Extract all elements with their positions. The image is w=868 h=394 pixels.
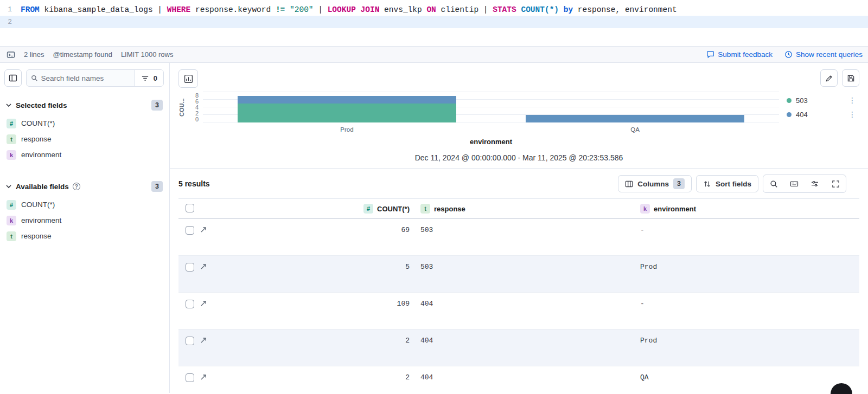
keyboard-shortcuts-button[interactable] [784,175,805,192]
row-checkbox[interactable] [186,226,194,235]
cell-response: 404 [415,366,635,394]
chart-type-button[interactable] [178,69,198,88]
dots-vertical-icon[interactable]: ⋮ [848,96,859,105]
field-type-icon: t [420,204,430,214]
field-item[interactable]: # COUNT(*) [4,115,164,131]
bar-segment-503[interactable] [238,104,457,122]
expand-row-icon[interactable] [200,300,207,307]
expand-row-icon[interactable] [200,227,207,233]
editor-statusbar: 2 lines @timestamp found LIMIT 1000 rows… [0,46,868,63]
bar-segment-404[interactable] [526,115,745,122]
field-type-icon: k [640,204,650,214]
cell-count: 2 [213,330,415,366]
x-axis-categories: ProdQA [203,126,779,133]
bar-group[interactable] [203,92,491,122]
sort-fields-button[interactable]: Sort fields [696,175,758,192]
display-options-button[interactable] [805,175,825,192]
query-token: response, environment [573,5,676,14]
selected-fields-title: Selected fields [16,101,67,109]
keyboard-icon [790,179,799,188]
filter-count-badge: 0 [154,74,157,82]
column-header-label: COUNT(*) [377,205,410,213]
bar-group[interactable] [491,92,779,122]
x-axis-title: environment [203,138,779,146]
search-field-names-input[interactable] [41,74,130,82]
row-checkbox[interactable] [186,300,194,308]
expand-row-icon[interactable] [200,337,207,344]
column-header[interactable]: t response [415,204,635,214]
editor-icon[interactable] [7,50,15,59]
available-fields-count-badge: 3 [151,181,163,192]
table-row: 2 404 Prod [178,330,859,366]
editor-line-2[interactable]: 2 [0,16,868,28]
expand-row-icon[interactable] [200,263,207,270]
expand-row-icon[interactable] [200,374,207,380]
field-item[interactable]: k environment [4,212,164,228]
query-token: | [314,5,328,14]
field-item[interactable]: t response [4,228,164,244]
filter-icon [141,74,149,82]
collapse-sidebar-button[interactable] [4,69,22,87]
dots-vertical-icon[interactable]: ⋮ [848,110,859,119]
show-recent-queries-link[interactable]: Show recent queries [784,50,863,59]
row-checkbox[interactable] [186,373,194,382]
submit-feedback-link[interactable]: Submit feedback [706,50,773,59]
speech-bubble-icon [706,50,714,59]
select-all-checkbox[interactable] [186,204,194,212]
field-type-icon: # [7,119,16,128]
query-token [559,5,564,14]
available-fields-header[interactable]: Available fields ? 3 [4,181,164,192]
timestamp-status: @timestamp found [53,50,112,59]
column-header-label: response [434,205,465,213]
content: 0 Selected fields 3 # COUNT(*) t respons… [0,63,868,393]
query-token: envs_lkp [379,5,426,14]
y-tick-label: 0 [195,117,199,122]
editor-empty-area[interactable] [0,28,868,46]
search-icon [770,180,778,188]
query-token: != [276,5,285,14]
editor-line-1[interactable]: 1 FROM kibana_sample_data_logs | WHERE r… [0,3,868,16]
field-item[interactable]: t response [4,131,164,147]
table-row: 2 404 QA [178,366,859,394]
chevron-down-icon [5,183,12,190]
x-category-label: QA [491,126,779,133]
fullscreen-icon [832,180,840,188]
esql-query-editor[interactable]: 1 FROM kibana_sample_data_logs | WHERE r… [0,0,868,46]
chart-plot [203,92,779,122]
field-name: COUNT(*) [21,201,55,209]
field-item[interactable]: k environment [4,147,164,163]
column-header[interactable]: # COUNT(*) [213,204,415,214]
field-type-icon: # [363,204,373,214]
selected-fields-header[interactable]: Selected fields 3 [4,100,164,111]
legend-color-dot [787,98,792,103]
row-checkbox[interactable] [186,263,194,272]
save-visualization-button[interactable] [842,69,859,87]
query-token: ON [426,5,436,14]
bar-segment-404[interactable] [238,96,457,104]
fullscreen-button[interactable] [825,175,846,192]
field-item[interactable]: # COUNT(*) [4,197,164,212]
help-icon[interactable]: ? [73,183,80,190]
query-code[interactable]: FROM kibana_sample_data_logs | WHERE res… [21,5,677,14]
column-header[interactable]: k environment [635,204,859,214]
field-name: environment [21,216,61,224]
field-filters-button[interactable]: 0 [135,70,163,86]
histogram-chart: COU... 86420 ProdQA environment 503 ⋮ 40… [178,92,859,146]
row-checkbox[interactable] [186,337,194,345]
query-token: response.keyword [190,5,276,14]
field-name: response [21,232,52,240]
cell-response: 404 [415,293,635,329]
cell-count: 69 [213,219,415,255]
field-type-icon: t [7,134,16,144]
column-header-label: environment [654,205,696,213]
legend-item[interactable]: 404 ⋮ [787,110,859,119]
query-token: FROM [21,5,40,14]
columns-button[interactable]: Columns 3 [618,175,692,192]
grid-search-button[interactable] [763,175,784,192]
table-row: 5 503 Prod [178,256,859,293]
bar-chart-icon [184,74,193,83]
edit-visualization-button[interactable] [820,69,838,87]
field-search-group: 0 [26,69,164,87]
cell-environment: Prod [635,256,859,292]
legend-item[interactable]: 503 ⋮ [787,96,859,105]
